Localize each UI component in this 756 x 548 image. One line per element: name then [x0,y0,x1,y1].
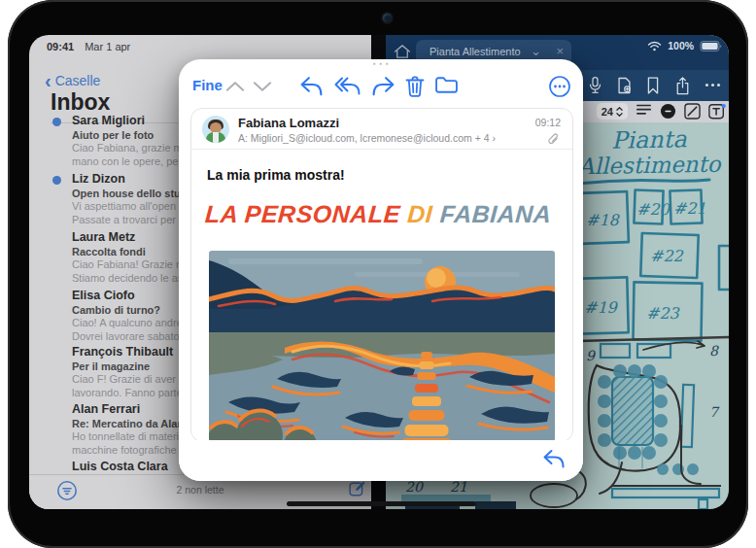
filter-icon [56,480,78,501]
plan-chair [654,375,668,389]
unread-count-label: 2 non lette [29,484,371,496]
add-page-button[interactable] [616,76,636,95]
quick-reply-button[interactable] [542,448,566,469]
text-align-button[interactable] [636,103,652,120]
reply-icon [299,75,324,97]
message-recipients[interactable]: A: Migliori_S@icloud.com, lcremonese@icl… [238,132,496,144]
banner-text-red: LA PERSONALE [204,200,401,227]
attachment-button[interactable] [547,133,560,146]
plan-number: 8 [709,343,719,359]
plan-chair [598,375,611,389]
done-button[interactable]: Fine [192,77,223,93]
previous-message-button[interactable] [225,81,247,94]
battery-icon [700,40,723,52]
circled-ellipsis-icon [548,75,571,98]
window-grab-handle[interactable]: ● ● ● [179,60,583,66]
folder-icon [434,75,459,95]
filter-button[interactable] [56,480,78,501]
plan-chair [613,446,627,460]
plan-number: 7 [709,404,720,420]
font-size-stepper[interactable]: 24 [597,103,628,120]
next-message-button[interactable] [253,81,274,94]
message-toolbar: Fine [179,73,583,104]
document-tab-title: Pianta Allestimento [430,46,521,57]
microphone-icon [587,76,603,95]
avatar-shirt-stripe [213,132,219,143]
plan-arrow [643,341,704,350]
plan-number: 20 [405,479,424,495]
booth-label: #19 [584,298,619,317]
trash-icon [404,75,426,98]
message-card: Fabiana Lomazzi A: Migliori_S@icloud.com… [190,108,573,442]
message-sender-name: Fabiana Lomazzi [238,116,339,130]
booth-label: #22 [650,247,684,265]
line-tool-button[interactable] [684,103,701,120]
font-size-value: 24 [601,106,613,118]
forward-button[interactable] [371,75,396,98]
reply-button[interactable] [299,75,325,98]
title-underline [577,180,709,184]
plan-chair [654,433,668,447]
home-icon [394,43,411,60]
bookmark-button[interactable] [645,76,665,95]
plan-rect [601,344,630,358]
reply-all-button[interactable] [334,75,360,98]
message-footer-bar [179,440,583,481]
message-subject: La mia prima mostra! [207,167,345,183]
wifi-icon [647,40,662,52]
plan-chair [598,394,611,408]
share-button[interactable] [674,76,694,95]
booth-label: #20 [636,200,671,219]
booth-label: #18 [586,211,621,229]
home-indicator[interactable] [287,501,476,506]
text-align-icon [636,103,652,118]
back-label: Caselle [55,73,101,88]
plan-chair [654,394,668,408]
sunset-painting-art [209,251,555,441]
microphone-button[interactable] [587,76,606,95]
status-bar-right: 100% [647,40,723,53]
unread-indicator [52,176,61,185]
text-tool-button[interactable] [708,103,725,120]
trash-button[interactable] [404,75,430,98]
forward-icon [371,75,395,97]
move-to-folder-button[interactable] [434,75,460,98]
canvas-title-line1: Pianta [611,125,688,154]
sender-avatar [202,116,229,143]
exhibition-banner: LA PERSONALE DI FABIANA [204,200,566,228]
banner-text-slate: FABIANA [439,200,553,227]
plan-chair [657,463,669,475]
more-actions-button[interactable] [548,75,571,98]
chevron-left-icon: ‹ [45,70,52,91]
plan-rect [681,385,694,447]
chevron-right-icon: › [492,132,496,144]
more-options-button[interactable] [704,76,723,95]
plan-chair [598,414,611,428]
chevron-up-icon [225,81,245,92]
message-header[interactable]: Fabiana Lomazzi A: Migliori_S@icloud.com… [191,109,572,150]
chevron-down-icon [253,81,272,92]
page-title: Inbox [51,89,110,116]
plan-chair [687,463,699,475]
compose-button[interactable] [348,479,367,498]
status-bar-left: 09:41 Mar 1 apr [47,41,130,52]
plan-chair [628,364,641,378]
front-camera-icon [383,14,392,22]
status-time: 09:41 [47,41,74,52]
plan-chair [613,364,627,378]
bookmark-icon [645,76,661,95]
add-page-icon [616,76,633,95]
stepper-chevrons-icon [616,106,623,118]
chevron-down-icon[interactable]: ⌄ [531,44,541,58]
tab-close-icon[interactable]: × [556,44,564,58]
canvas-title-line2: Allestimento [577,152,722,180]
battery-percent: 100% [668,40,694,51]
plan-chair [628,446,641,460]
plan-table [612,377,653,445]
status-date: Mar 1 apr [85,41,130,52]
plan-chair [642,364,656,378]
plan-chair [642,446,656,460]
color-swatch-button[interactable] [660,103,676,120]
mail-message-window: ● ● ● Fine [179,59,583,481]
compose-icon [348,479,367,498]
